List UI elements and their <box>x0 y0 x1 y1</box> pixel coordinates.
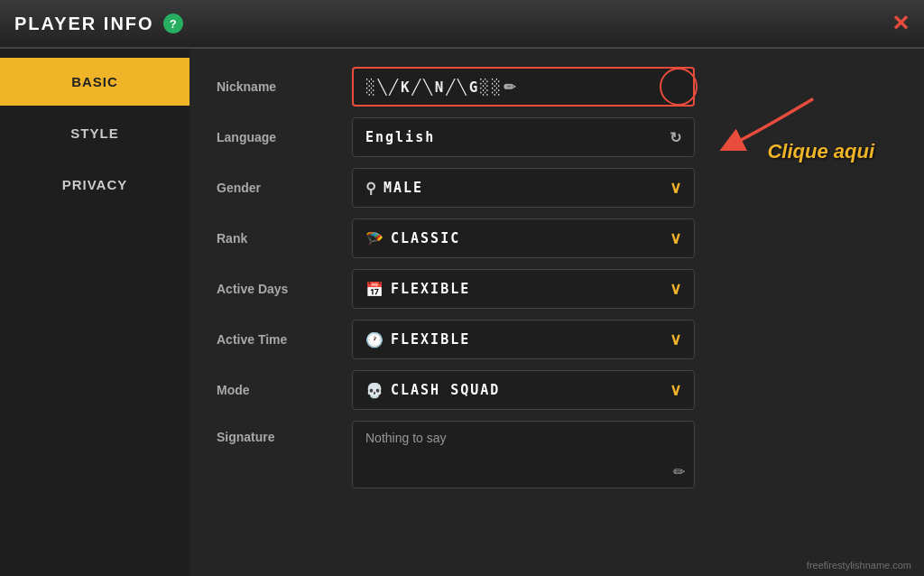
active-time-field[interactable]: 🕐 FLEXIBLE ∨ <box>352 320 695 359</box>
signature-edit-icon[interactable]: ✏ <box>673 463 685 480</box>
language-row: Language English ↻ <box>217 117 897 157</box>
refresh-icon[interactable]: ↻ <box>670 129 681 146</box>
nickname-field: ░╲╱K╱╲N╱╲G░░ ✏ <box>352 67 695 107</box>
rank-row: Rank 🪂 CLASSIC ∨ <box>217 218 897 258</box>
mode-value: CLASH SQUAD <box>391 382 670 398</box>
gender-icon: ⚲ <box>365 180 376 197</box>
nickname-edit-icon[interactable]: ✏ <box>504 79 515 96</box>
header: PLAYER INFO ? ✕ <box>0 0 924 49</box>
signature-value: Nothing to say <box>365 431 447 445</box>
signature-label: Signature <box>217 421 334 444</box>
sidebar-item-style[interactable]: STYLE <box>0 109 189 157</box>
language-value: English <box>365 129 670 145</box>
gender-row: Gender ⚲ MALE ∨ <box>217 168 897 208</box>
main-content: Nickname ░╲╱K╱╲N╱╲G░░ ✏ Language English… <box>189 49 924 576</box>
rank-value: CLASSIC <box>391 230 670 246</box>
signature-row: Signature Nothing to say ✏ <box>217 421 897 488</box>
parachute-icon: 🪂 <box>365 230 383 247</box>
chevron-down-icon: ∨ <box>670 330 681 349</box>
calendar-icon: 📅 <box>365 281 383 298</box>
active-time-value: FLEXIBLE <box>391 331 670 348</box>
chevron-down-icon: ∨ <box>670 279 681 299</box>
red-circle-highlight <box>660 68 698 106</box>
nickname-label: Nickname <box>217 79 334 94</box>
chevron-down-icon: ∨ <box>670 228 681 248</box>
active-days-value: FLEXIBLE <box>391 281 670 297</box>
gender-field[interactable]: ⚲ MALE ∨ <box>352 168 695 208</box>
watermark: freefirestylishname.com <box>807 560 911 571</box>
mode-row: Mode 💀 CLASH SQUAD ∨ <box>217 370 897 410</box>
nickname-row: Nickname ░╲╱K╱╲N╱╲G░░ ✏ <box>217 67 897 107</box>
language-field[interactable]: English ↻ <box>352 117 695 157</box>
rank-label: Rank <box>217 231 334 246</box>
active-days-label: Active Days <box>217 282 334 296</box>
mode-field[interactable]: 💀 CLASH SQUAD ∨ <box>352 370 695 410</box>
skull-icon: 💀 <box>365 382 383 399</box>
sidebar-item-basic[interactable]: BASIC <box>0 58 189 106</box>
page-title: PLAYER INFO <box>14 14 154 34</box>
signature-field[interactable]: Nothing to say ✏ <box>352 421 695 488</box>
gender-label: Gender <box>217 181 334 195</box>
sidebar: BASIC STYLE PRIVACY <box>0 49 189 576</box>
active-time-row: Active Time 🕐 FLEXIBLE ∨ <box>217 320 897 359</box>
header-left: PLAYER INFO ? <box>14 14 183 34</box>
sidebar-item-privacy[interactable]: PRIVACY <box>0 161 189 209</box>
active-days-field[interactable]: 📅 FLEXIBLE ∨ <box>352 269 695 309</box>
nickname-value: ░╲╱K╱╲N╱╲G░░ <box>366 79 504 96</box>
rank-field[interactable]: 🪂 CLASSIC ∨ <box>352 218 695 258</box>
close-button[interactable]: ✕ <box>892 11 910 36</box>
active-days-row: Active Days 📅 FLEXIBLE ∨ <box>217 269 897 309</box>
language-label: Language <box>217 130 334 144</box>
help-badge[interactable]: ? <box>163 14 183 33</box>
mode-label: Mode <box>217 383 334 397</box>
chevron-down-icon: ∨ <box>670 178 681 198</box>
active-time-label: Active Time <box>217 332 334 347</box>
chevron-down-icon: ∨ <box>670 380 681 400</box>
gender-value: MALE <box>383 180 670 196</box>
clock-icon: 🕐 <box>365 331 383 348</box>
